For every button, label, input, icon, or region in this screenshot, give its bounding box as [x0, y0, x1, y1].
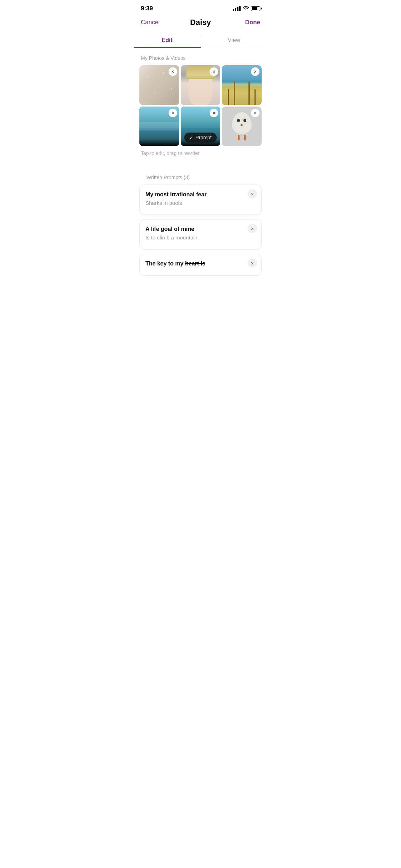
done-button[interactable]: Done	[239, 19, 260, 26]
egg-character	[231, 112, 252, 140]
prompts-section: Written Prompts (3) My most irrational f…	[134, 160, 267, 276]
page-title: Daisy	[190, 18, 211, 27]
photos-section: My Photos & Videos × × ×	[134, 48, 267, 160]
tab-view[interactable]: View	[201, 33, 268, 48]
remove-prompt-3[interactable]: ×	[248, 258, 257, 268]
remove-photo-5[interactable]: ×	[210, 109, 218, 117]
remove-photo-6[interactable]: ×	[251, 109, 259, 117]
battery-icon	[251, 6, 260, 11]
photo-cell-1[interactable]: ×	[139, 65, 179, 105]
tab-edit[interactable]: Edit	[134, 33, 201, 48]
remove-photo-3[interactable]: ×	[251, 67, 259, 76]
prompt-title-2: A life goal of mine	[145, 226, 256, 232]
prompt-card-1[interactable]: My most irrational fear Sharks in pools …	[139, 185, 262, 215]
remove-photo-1[interactable]: ×	[169, 67, 177, 76]
prompt-answer-2: Is to climb a mountain	[145, 234, 256, 241]
status-time: 9:39	[141, 5, 153, 12]
prompt-answer-1: Sharks in pools	[145, 200, 256, 206]
tab-divider	[201, 36, 201, 45]
prompt-title-1: My most irrational fear	[145, 191, 256, 198]
remove-prompt-1[interactable]: ×	[248, 189, 257, 198]
signal-icon	[233, 6, 241, 11]
photos-section-label: My Photos & Videos	[134, 48, 267, 65]
photo-cell-6[interactable]: ×	[222, 107, 262, 146]
prompt-badge-label: Prompt	[195, 135, 211, 140]
remove-prompt-2[interactable]: ×	[248, 224, 257, 233]
header: Cancel Daisy Done	[134, 15, 267, 33]
prompt-card-3[interactable]: The key to my heart is ×	[139, 254, 262, 276]
prompt-title-3: The key to my heart is	[145, 260, 256, 267]
photo-cell-2[interactable]: ×	[181, 65, 221, 105]
bottom-spacing	[134, 280, 267, 294]
tabs-container: Edit View	[134, 33, 267, 48]
status-bar: 9:39	[134, 0, 267, 15]
photo-cell-5[interactable]: × ✓ Prompt	[181, 107, 221, 146]
photo-cell-4[interactable]: ×	[139, 107, 179, 146]
prompt-card-2[interactable]: A life goal of mine Is to climb a mounta…	[139, 219, 262, 249]
photo-cell-3[interactable]: ×	[222, 65, 262, 105]
drag-hint: Tap to edit, drag to reorder	[134, 146, 267, 160]
status-icons	[233, 6, 260, 11]
cancel-button[interactable]: Cancel	[141, 19, 162, 26]
tab-active-indicator	[134, 47, 201, 48]
wifi-icon	[243, 6, 249, 11]
photo-grid: × × × ×	[134, 65, 267, 146]
prompts-section-label: Written Prompts (3)	[139, 167, 262, 185]
prompt-badge[interactable]: ✓ Prompt	[184, 133, 216, 143]
prompt-check-icon: ✓	[189, 135, 193, 140]
remove-photo-4[interactable]: ×	[169, 109, 177, 117]
